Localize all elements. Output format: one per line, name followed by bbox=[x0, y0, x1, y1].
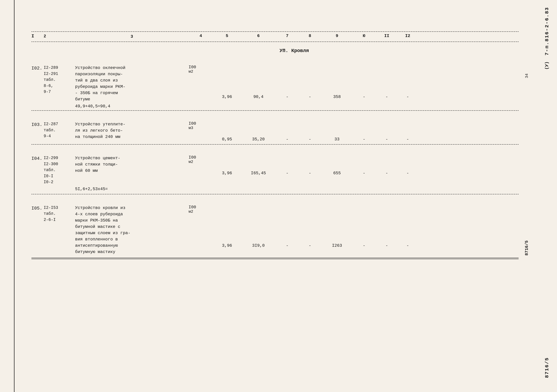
row-102-separator bbox=[32, 110, 519, 111]
row-104-formula: 5I,6+2,53х45= bbox=[75, 187, 188, 191]
row-102-volume: 90,4 bbox=[241, 65, 276, 99]
row-103-ref: I2-287 табл. 9-4 bbox=[44, 121, 75, 139]
row-103-unit-block: I00 м3 bbox=[188, 121, 213, 130]
row-104-spacer bbox=[32, 187, 75, 191]
row-102-price: 3,96 bbox=[213, 65, 241, 99]
row-105-e1: - bbox=[353, 205, 375, 248]
row-105-top: I05. I2-I53 табл. 2-6-I Устройство кровл… bbox=[32, 205, 519, 255]
row-103-unit1: I00 bbox=[188, 121, 196, 126]
col-header-6: 6 bbox=[241, 33, 276, 40]
row-105-volume: 3I9,0 bbox=[241, 205, 276, 248]
doc-id-suffix: (У) bbox=[544, 61, 549, 70]
row-105-num: I05. bbox=[32, 205, 44, 211]
row-105-e3: - bbox=[398, 205, 417, 248]
side-note-8716: 8716/5 bbox=[524, 240, 529, 255]
table-row: I04. I2-299 I2-300 табл. I0-I I0-2 Устро… bbox=[32, 150, 519, 194]
page: 7-п.816-2-6.83 (У) 8716/5 I 2 3 4 5 6 7 … bbox=[0, 0, 557, 392]
doc-id-top: 7-п.816-2-6.83 bbox=[544, 7, 550, 55]
row-102-d1: - bbox=[276, 65, 299, 99]
row-105-unit-block: I00 м2 bbox=[188, 205, 213, 214]
table-row: I05. I2-I53 табл. 2-6-I Устройство кровл… bbox=[32, 200, 519, 259]
row-103-d2: - bbox=[299, 121, 321, 142]
table-row: I02. I2-289 I2-291 табл. 8-6, 9-7 Устрой… bbox=[32, 59, 519, 111]
row-103-e2: - bbox=[375, 121, 398, 142]
row-102-e1: - bbox=[353, 65, 375, 99]
row-102-e2: - bbox=[375, 65, 398, 99]
row-104-d1: - bbox=[276, 155, 299, 175]
row-103-d1: - bbox=[276, 121, 299, 142]
row-102-spacer bbox=[32, 104, 75, 109]
row-102-top: I02. I2-289 I2-291 табл. 8-6, 9-7 Устрой… bbox=[32, 65, 519, 103]
row-105-double-solid bbox=[32, 259, 519, 259]
row-104-desc: Устройство цемент- ной стяжки толщи- ной… bbox=[75, 155, 188, 174]
row-105-desc: Устройство кровли из 4-х слоев рубероида… bbox=[75, 205, 188, 255]
row-104-separator bbox=[32, 194, 519, 194]
row-103-price: 0,95 bbox=[213, 121, 241, 142]
row-105-solid-line bbox=[32, 258, 519, 258]
row-102-num: I02. bbox=[32, 65, 44, 71]
doc-id-bottom: 8716/5 bbox=[544, 357, 550, 378]
column-header-row: I 2 3 4 5 6 7 8 9 Ю II I2 bbox=[32, 32, 519, 42]
col-header-12: I2 bbox=[398, 33, 417, 40]
col-header-9: 9 bbox=[321, 33, 353, 40]
row-105-price: 3,96 bbox=[213, 205, 241, 248]
row-102-formula-row: 49,9+40,5=90,4 bbox=[32, 104, 519, 109]
col-header-4: 4 bbox=[188, 33, 213, 40]
row-104-e3: - bbox=[398, 155, 417, 175]
row-102-unit1: I00 bbox=[188, 65, 196, 69]
row-103-separator bbox=[32, 144, 519, 145]
row-102-cost: 358 bbox=[321, 65, 353, 99]
row-104-unit-block: I00 м2 bbox=[188, 155, 213, 164]
row-104-unit2: м2 bbox=[188, 160, 193, 164]
row-104-formula-row: 5I,6+2,53х45= bbox=[32, 187, 519, 191]
row-104-e1: - bbox=[353, 155, 375, 175]
row-103-top: I03. I2-287 табл. 9-4 Устройство утеплит… bbox=[32, 121, 519, 142]
row-105-d1: - bbox=[276, 205, 299, 248]
section-title: УП. Кровля bbox=[70, 48, 519, 53]
row-105-ref: I2-I53 табл. 2-6-I bbox=[44, 205, 75, 223]
row-103-e3: - bbox=[398, 121, 417, 142]
col-header-2: 2 bbox=[44, 33, 75, 40]
row-104-top: I04. I2-299 I2-300 табл. I0-I I0-2 Устро… bbox=[32, 155, 519, 185]
row-105-e2: - bbox=[375, 205, 398, 248]
row-104-price: 3,96 bbox=[213, 155, 241, 175]
row-105-unit1: I00 bbox=[188, 205, 196, 210]
row-103-num: I03. bbox=[32, 121, 44, 127]
row-105-d2: - bbox=[299, 205, 321, 248]
row-104-d2: - bbox=[299, 155, 321, 175]
row-103-unit2: м3 bbox=[188, 126, 193, 130]
row-104-ref: I2-299 I2-300 табл. I0-I I0-2 bbox=[44, 155, 75, 185]
row-102-e3: - bbox=[398, 65, 417, 99]
col-header-10: Ю bbox=[353, 33, 375, 40]
content-wrapper: I 2 3 4 5 6 7 8 9 Ю II I2 УП. Кровля I02… bbox=[32, 10, 519, 259]
side-note-34: 34 bbox=[525, 74, 529, 78]
row-104-cost: 655 bbox=[321, 155, 353, 175]
right-sidebar: 7-п.816-2-6.83 (У) 8716/5 bbox=[540, 0, 554, 392]
row-102-unit2: м2 bbox=[188, 69, 193, 74]
row-102-d2: - bbox=[299, 65, 321, 99]
col-header-5: 5 bbox=[213, 33, 241, 40]
row-104-volume: I65,45 bbox=[241, 155, 276, 175]
col-header-3: 3 bbox=[75, 33, 188, 40]
row-102-desc: Устройство оклеечной пароизоляции покры-… bbox=[75, 65, 188, 103]
col-header-8: 8 bbox=[299, 33, 321, 40]
col-header-7: 7 bbox=[276, 33, 299, 40]
left-border bbox=[14, 0, 15, 392]
row-105-unit2: м2 bbox=[188, 210, 193, 214]
row-104-unit1: I00 bbox=[188, 155, 196, 160]
row-104-num: I04. bbox=[32, 155, 44, 161]
row-102-formula: 49,9+40,5=90,4 bbox=[75, 104, 188, 109]
row-105-cost: I263 bbox=[321, 205, 353, 248]
row-103-volume: 35,20 bbox=[241, 121, 276, 142]
col-header-1: I bbox=[32, 33, 44, 40]
header-area: I 2 3 4 5 6 7 8 9 Ю II I2 bbox=[32, 32, 519, 42]
row-103-cost: 33 bbox=[321, 121, 353, 142]
row-103-e1: - bbox=[353, 121, 375, 142]
row-103-desc: Устройство утеплите- ля из легкого бето-… bbox=[75, 121, 188, 140]
table-row: I03. I2-287 табл. 9-4 Устройство утеплит… bbox=[32, 116, 519, 145]
row-102-ref: I2-289 I2-291 табл. 8-6, 9-7 bbox=[44, 65, 75, 95]
col-header-11: II bbox=[375, 33, 398, 40]
row-104-e2: - bbox=[375, 155, 398, 175]
row-102-unit-block: I00 м2 bbox=[188, 65, 213, 74]
